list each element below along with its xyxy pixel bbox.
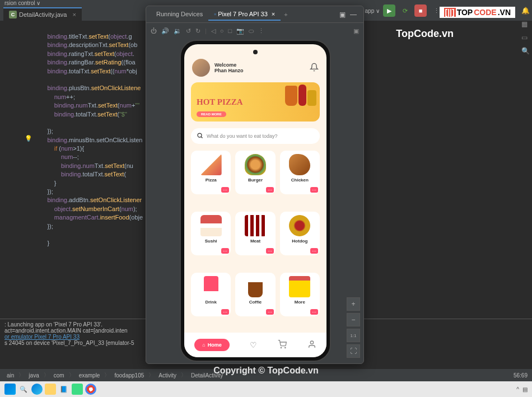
device-icon[interactable]: ▭ [521,34,530,41]
promo-banner[interactable]: HOT PIZZA READ MORE [191,82,320,122]
category-more-icon[interactable]: ⋯ [310,187,318,193]
zoom-scale-label[interactable]: 1:1 [347,329,360,342]
category-label: Sushi [205,239,217,244]
panel-settings-icon[interactable]: ▣ [353,27,359,35]
overview-icon[interactable]: □ [228,27,232,34]
home-icon[interactable]: ○ [220,27,224,34]
category-more-icon[interactable]: ⋯ [310,248,318,254]
category-image [289,276,310,297]
cursor-position: 56:69 [514,372,528,379]
taskbar-app-icon[interactable]: 📘 [58,384,69,395]
zoom-fit-button[interactable]: ⛶ [347,344,360,358]
rotate-left-icon[interactable]: ↺ [186,27,191,35]
zoom-in-button[interactable]: + [347,297,360,311]
debug-button[interactable]: ⟳ [399,4,411,17]
zoom-out-button[interactable]: − [347,313,360,326]
volume-down-icon[interactable]: 🔉 [174,27,181,35]
category-card-sushi[interactable]: Sushi ⋯ [191,212,231,255]
search-placeholder: What do you want to eat today? [207,133,278,139]
app-dropdown[interactable]: app ∨ [365,4,380,17]
panel-undock-icon[interactable]: ▣ [337,11,348,18]
run-button[interactable]: ▶ [383,4,395,17]
category-image [245,154,266,175]
record-icon[interactable]: ⬭ [249,27,254,35]
category-more-icon[interactable]: ⋯ [310,309,318,315]
close-device-tab[interactable]: × [272,11,275,17]
search-icon[interactable]: 🔍 [521,47,530,55]
lightbulb-icon[interactable]: 💡 [25,134,32,143]
volume-up-icon[interactable]: 🔊 [161,27,169,35]
breadcrumb-item[interactable]: com [52,372,67,379]
category-image [287,213,313,239]
tray-icon[interactable]: ▤ [522,386,528,393]
category-card-burger[interactable]: Burger ⋯ [235,151,275,194]
category-more-icon[interactable]: ⋯ [266,248,274,254]
nav-home-button[interactable]: ⌂ Home [194,339,229,351]
category-label: Drink [205,300,216,305]
phone-camera-notch [253,50,258,54]
back-icon[interactable]: ◁ [211,27,216,35]
phone-frame: Welcome Phan Hanzo HOT PIZZA READ MORE [180,40,331,362]
stop-button[interactable]: ■ [414,4,427,17]
username-label: Phan Hanzo [214,68,244,73]
avatar[interactable] [192,59,210,77]
category-more-icon[interactable]: ⋯ [221,187,229,193]
file-tab-label: DetailActivity.java [19,11,67,18]
search-input[interactable]: What do you want to eat today? [191,128,320,144]
close-tab-icon[interactable]: × [72,11,76,18]
chrome-icon[interactable] [85,384,96,395]
nav-profile-icon[interactable] [307,340,316,351]
edge-icon[interactable] [31,384,43,395]
tab-running-devices[interactable]: Running Devices [151,8,208,21]
gradle-icon[interactable]: ▦ [521,20,530,28]
breadcrumb-item[interactable]: Activity [156,372,179,379]
tray-chevron-icon[interactable]: ^ [516,386,519,393]
breadcrumb-item[interactable]: example [77,372,102,379]
breadcrumb-item[interactable]: foodapp105 [112,372,146,379]
add-device-tab[interactable]: + [284,11,287,18]
panel-minimize-icon[interactable]: — [348,11,359,18]
category-label: Burger [248,178,263,183]
category-card-chicken[interactable]: Chicken ⋯ [280,151,320,194]
power-icon[interactable]: ⏻ [151,27,157,34]
screenshot-icon[interactable]: 📷 [236,27,244,35]
svg-point-1 [281,347,281,348]
bell-icon[interactable] [310,63,319,73]
banner-readmore-button[interactable]: READ MORE [197,111,226,117]
category-more-icon[interactable]: ⋯ [266,309,274,315]
svg-point-0 [198,133,202,137]
version-control-dropdown[interactable]: rsion control ∨ [4,0,40,6]
watermark-text-top: TopCode.vn [396,28,454,40]
extended-controls-icon[interactable]: ⋮ [258,27,264,35]
category-image [289,154,310,175]
app-header: Welcome Phan Hanzo [184,57,326,79]
rotate-right-icon[interactable]: ↻ [195,27,200,35]
category-image [204,276,218,297]
phone-screen[interactable]: Welcome Phan Hanzo HOT PIZZA READ MORE [184,44,326,357]
category-card-coffie[interactable]: Coffie ⋯ [235,273,275,316]
category-more-icon[interactable]: ⋯ [221,248,229,254]
category-more-icon[interactable]: ⋯ [266,187,274,193]
android-studio-icon[interactable] [72,384,83,395]
category-card-hotdog[interactable]: Hotdog ⋯ [280,212,320,255]
nav-cart-icon[interactable] [278,340,287,351]
notifications-icon[interactable]: 🔔 [521,7,530,15]
zoom-controls: + − 1:1 ⛶ [347,297,360,358]
svg-point-2 [285,347,286,348]
category-more-icon[interactable]: ⋯ [221,309,229,315]
breadcrumb-item[interactable]: java [26,372,41,379]
category-label: Pizza [206,178,217,183]
file-explorer-icon[interactable] [45,384,56,395]
category-card-meat[interactable]: Meat ⋯ [235,212,275,255]
category-card-more[interactable]: More ⋯ [280,273,320,316]
windows-start-icon[interactable] [4,384,16,395]
breadcrumb-item[interactable]: ain [4,372,16,379]
category-image [245,215,266,236]
tab-pixel7[interactable]: ▫ Pixel 7 Pro API 33 × [208,8,281,21]
file-tab-detail-activity[interactable]: C DetailActivity.java × [3,7,82,21]
category-card-pizza[interactable]: Pizza ⋯ [191,151,231,194]
nav-favorites-icon[interactable]: ♡ [250,340,257,349]
category-card-drink[interactable]: Drink ⋯ [191,273,231,316]
search-taskbar-icon[interactable]: 🔍 [18,384,29,395]
devices-toolbar: ⏻ 🔊 🔉 ↺ ↻ | ◁ ○ □ 📷 ⬭ ⋮ ▣ [146,23,363,39]
